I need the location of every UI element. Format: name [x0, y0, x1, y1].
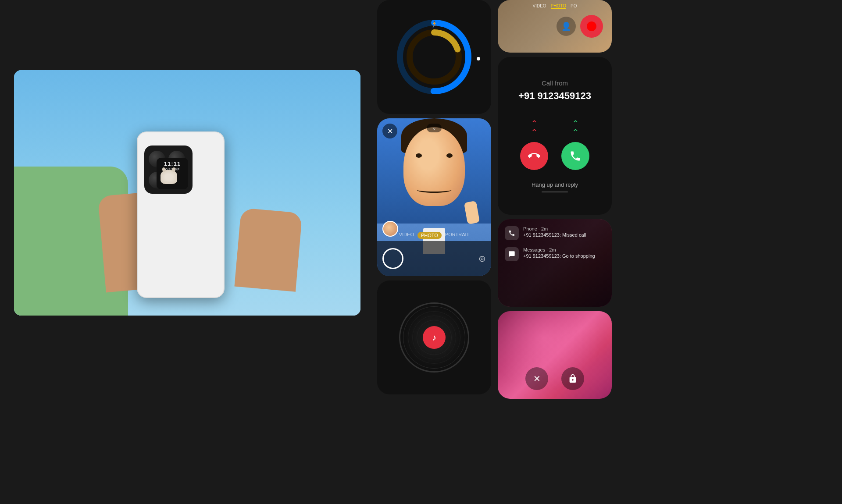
lock-screen-card: ✕ — [498, 311, 612, 399]
photo-mode-photo[interactable]: PHOTO — [551, 4, 566, 9]
video-shutter-button[interactable] — [382, 248, 403, 269]
hangup-arrows-icon: ⌃⌃ — [531, 119, 538, 137]
photo-mode-bar: VIDEO PHOTO PO — [498, 4, 612, 9]
music-play-button[interactable]: ♪ — [423, 326, 446, 349]
video-flash-off-button[interactable]: ✕ — [382, 124, 397, 138]
answer-button[interactable] — [561, 142, 589, 170]
notification-item-phone: Phone · 2m +91 9123459123: Missed call — [505, 226, 605, 240]
fitness-ring-svg: 🏃 — [395, 18, 474, 96]
video-controls-bar: ⊚ — [377, 241, 491, 276]
device-in-image: 11:11 O|S 50MP — [137, 131, 225, 298]
video-hand-gesture — [464, 201, 480, 224]
music-disc: ♪ — [399, 302, 469, 373]
video-minimize-button[interactable]: ⌄ — [427, 124, 442, 132]
hang-reply-underline — [542, 192, 568, 192]
notification-phone-content: Phone · 2m +91 9123459123: Missed call — [523, 226, 605, 238]
video-mode-video[interactable]: VIDEO — [399, 232, 414, 239]
photo-top-controls: 👤 — [557, 15, 603, 38]
hangup-button[interactable] — [520, 142, 548, 170]
device-mini-screen: 11:11 O|S 50MP — [157, 158, 188, 189]
hand-right — [234, 208, 302, 292]
device-clock: 11:11 — [164, 160, 181, 167]
main-phone-image: 11:11 O|S 50MP — [14, 70, 360, 316]
video-mode-photo[interactable]: PHOTO — [417, 232, 442, 239]
device-pet-avatar — [161, 170, 177, 184]
video-pip-icon[interactable]: ⊚ — [478, 253, 486, 264]
notification-phone-icon — [505, 226, 519, 240]
notification-phone-message: +91 9123459123: Missed call — [523, 232, 605, 238]
notification-phone-app: Phone · 2m — [523, 226, 605, 231]
svg-point-5 — [432, 30, 436, 35]
answer-arrows-icon: ⌃⌃ — [572, 119, 579, 137]
call-action-buttons: ⌃⌃ ⌃⌃ — [520, 119, 589, 170]
notification-messages-icon — [505, 247, 519, 261]
notification-item-messages: Messages · 2m +91 9123459123: Go to shop… — [505, 247, 605, 261]
call-number: +91 9123459123 — [518, 90, 591, 102]
notifications-card: Phone · 2m +91 9123459123: Missed call M… — [498, 219, 612, 307]
photo-mode-po[interactable]: PO — [571, 4, 577, 9]
svg-text:🏃: 🏃 — [431, 21, 439, 28]
call-from-label: Call from — [542, 79, 568, 87]
fitness-card: 🏃 — [377, 0, 491, 114]
lock-lock-button[interactable] — [561, 367, 584, 390]
video-call-card: ✕ ⌄ VIDEO PHOTO PORTRAIT ⊚ — [377, 118, 491, 276]
lock-screen-controls: ✕ — [498, 367, 612, 390]
hang-reply-label: Hang up and reply — [532, 181, 578, 188]
notification-messages-message: +91 9123459123: Go to shopping — [523, 253, 605, 259]
music-note-icon: ♪ — [432, 333, 436, 343]
camera-module: 11:11 O|S 50MP — [144, 146, 193, 194]
incoming-call-card: Call from +91 9123459123 ⌃⌃ ⌃⌃ Hang up a… — [498, 57, 612, 215]
ring-dot-indicator — [477, 57, 480, 60]
photo-top-card: VIDEO PHOTO PO 👤 — [498, 0, 612, 53]
hangup-phone-icon — [528, 150, 540, 162]
video-mode-portrait[interactable]: PORTRAIT — [445, 232, 469, 239]
fitness-ring: 🏃 — [395, 18, 474, 96]
photo-record-button[interactable] — [580, 15, 603, 38]
lock-icon — [568, 374, 578, 383]
photo-contacts-button[interactable]: 👤 — [557, 17, 576, 36]
notification-messages-content: Messages · 2m +91 9123459123: Go to shop… — [523, 247, 605, 259]
video-mode-labels: VIDEO PHOTO PORTRAIT — [377, 232, 491, 239]
notification-messages-app: Messages · 2m — [523, 247, 605, 252]
video-person-face — [403, 127, 465, 206]
answer-phone-icon — [569, 150, 582, 162]
lock-close-button[interactable]: ✕ — [525, 367, 548, 390]
music-card: ♪ — [377, 280, 491, 394]
answer-button-wrapper: ⌃⌃ — [561, 119, 589, 170]
hangup-button-wrapper: ⌃⌃ — [520, 119, 548, 170]
photo-mode-video[interactable]: VIDEO — [533, 4, 546, 9]
